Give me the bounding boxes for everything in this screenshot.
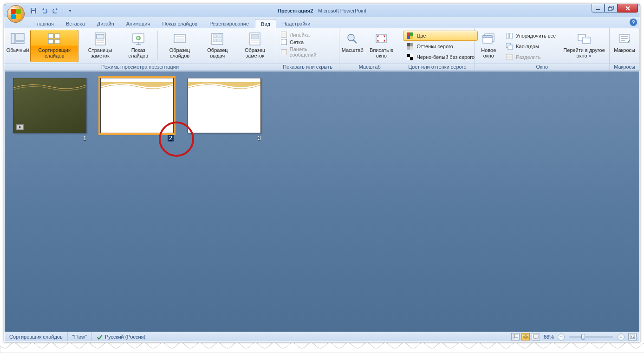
notes-master-button[interactable]: Образец заметок (236, 30, 274, 62)
svg-rect-64 (514, 334, 518, 338)
fit-slide-button[interactable] (628, 333, 637, 340)
svg-rect-1 (32, 8, 35, 10)
redo-icon (52, 7, 59, 14)
group-presentation-views: Обычный Сортировщик слайдов Страницы зам… (4, 28, 276, 71)
minimize-button[interactable] (592, 4, 605, 13)
normal-view-button[interactable]: Обычный (6, 30, 29, 62)
transition-indicator-icon (16, 124, 24, 130)
notes-page-button[interactable]: Страницы заметок (79, 30, 120, 62)
group-label-zoom: Масштаб (339, 63, 400, 71)
zoom-out-button[interactable]: − (558, 334, 565, 340)
slide-sorter-area[interactable]: 1 2 3 (5, 71, 639, 332)
slide-thumbnail-3[interactable]: 3 (188, 78, 261, 141)
slide-thumb[interactable] (100, 78, 174, 133)
svg-rect-49 (483, 36, 492, 38)
tab-design[interactable]: Дизайн (91, 19, 120, 28)
status-language[interactable]: Русский (Россия) (92, 332, 150, 341)
svg-rect-45 (407, 54, 410, 57)
zoom-icon (346, 33, 358, 45)
sorter-view-shortcut[interactable] (521, 333, 530, 340)
arrange-all-button[interactable]: Упорядочить все (502, 31, 559, 41)
svg-rect-28 (218, 39, 221, 42)
spellcheck-icon (97, 334, 103, 340)
group-color-grayscale: Цвет Оттенки серого Черно-белый без серо… (400, 28, 475, 71)
close-button[interactable] (618, 4, 638, 13)
slideshow-button[interactable]: Показ слайдов (122, 30, 155, 62)
new-window-button[interactable]: Новое окно (476, 30, 501, 62)
svg-rect-7 (16, 33, 24, 41)
tab-review[interactable]: Рецензирование (203, 19, 255, 28)
slide-master-button[interactable]: Образец слайдов (160, 30, 199, 62)
ribbon-tabs: Главная Вставка Дизайн Анимация Показ сл… (4, 17, 640, 28)
svg-rect-71 (630, 335, 635, 339)
tab-view[interactable]: Вид (255, 19, 276, 28)
group-label-views: Режимы просмотра презентации (4, 63, 276, 71)
restore-button[interactable] (605, 4, 618, 13)
redo-button[interactable] (51, 6, 61, 16)
slideshow-view-icon (533, 334, 539, 339)
ruler-checkbox: Линейка (281, 32, 334, 38)
svg-rect-14 (97, 34, 104, 39)
svg-rect-9 (48, 34, 53, 38)
grayscale-icon (406, 43, 414, 50)
group-label-color: Цвет или оттенки серого (400, 63, 474, 71)
undo-button[interactable] (39, 6, 50, 16)
svg-rect-6 (11, 33, 15, 44)
grayscale-button[interactable]: Оттенки серого (403, 41, 478, 51)
slide-sorter-button[interactable]: Сортировщик слайдов (30, 30, 78, 62)
svg-rect-38 (407, 36, 410, 39)
switch-windows-button[interactable]: Перейти в другое окно▼ (561, 30, 607, 62)
svg-rect-3 (596, 9, 600, 10)
message-bar-checkbox: Панель сообщений (281, 46, 334, 58)
svg-rect-43 (410, 46, 413, 50)
tab-slideshow[interactable]: Показ слайдов (156, 19, 203, 28)
status-view-mode[interactable]: Сортировщик слайдов (5, 332, 68, 341)
status-theme[interactable]: "Flow" (68, 332, 92, 341)
tab-addins[interactable]: Надстройки (276, 19, 316, 28)
window-title: Презентация2 - Microsoft PowerPoint (278, 7, 366, 14)
svg-rect-26 (218, 35, 221, 38)
group-label-window: Окно (475, 63, 609, 71)
handout-master-icon (211, 33, 223, 45)
macros-button[interactable]: Макросы (611, 30, 637, 62)
help-button[interactable]: ? (630, 19, 637, 26)
qat-separator (63, 7, 63, 14)
normal-view-shortcut[interactable] (511, 333, 520, 340)
save-button[interactable] (28, 6, 39, 16)
slide-thumb[interactable] (13, 78, 86, 133)
checkbox-icon (281, 49, 287, 55)
cascade-button[interactable]: Каскадом (502, 41, 559, 51)
color-button[interactable]: Цвет (403, 31, 478, 41)
tab-home[interactable]: Главная (28, 19, 60, 28)
fit-to-window-button[interactable]: Вписать в окно (364, 30, 398, 62)
zoom-slider-thumb[interactable] (581, 334, 585, 340)
cascade-icon (506, 43, 513, 50)
handout-master-button[interactable]: Образец выдач (200, 30, 235, 62)
zoom-in-button[interactable]: + (618, 334, 624, 340)
office-button[interactable] (7, 5, 25, 23)
office-logo-icon (11, 9, 21, 19)
svg-rect-58 (583, 37, 590, 39)
customize-qat-button[interactable]: ▼ (65, 6, 75, 16)
checkbox-icon (281, 32, 287, 38)
zoom-button[interactable]: Масштаб (341, 30, 364, 62)
svg-rect-69 (533, 334, 538, 338)
slide-thumb[interactable] (188, 78, 261, 133)
svg-rect-36 (407, 32, 410, 36)
tab-animation[interactable]: Анимация (120, 19, 156, 28)
svg-rect-51 (510, 33, 513, 39)
pure-blackwhite-button[interactable]: Черно-белый без серого (403, 52, 478, 62)
tab-insert[interactable]: Вставка (60, 19, 91, 28)
zoom-slider[interactable] (569, 336, 613, 338)
svg-rect-12 (55, 39, 60, 44)
zoom-level[interactable]: 66% (544, 334, 554, 340)
gridlines-checkbox[interactable]: Сетка (281, 39, 334, 45)
slideshow-icon (132, 33, 145, 45)
fit-window-icon (375, 33, 387, 45)
slide-thumbnail-2[interactable]: 2 (100, 78, 174, 141)
group-window: Новое окно Упорядочить все Каскадом Разд… (475, 28, 610, 71)
slide-thumbnail-1[interactable]: 1 (13, 78, 86, 141)
slideshow-view-shortcut[interactable] (532, 333, 540, 340)
svg-rect-23 (176, 38, 184, 42)
svg-point-33 (348, 34, 354, 41)
